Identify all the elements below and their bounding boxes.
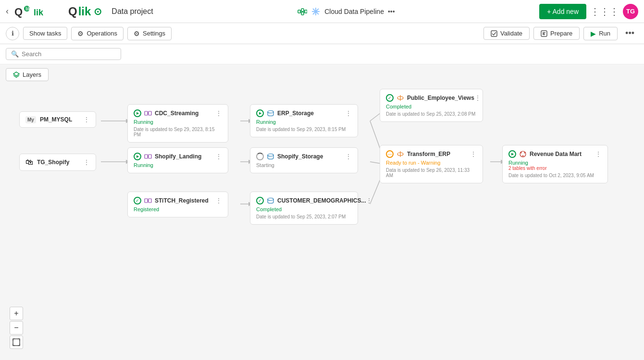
customer-demographics-name: CUSTOMER_DEMOGRAPHICS... [277, 197, 366, 204]
layers-button[interactable]: Layers [6, 68, 49, 81]
show-tasks-label: Show tasks [29, 30, 61, 37]
source-tg-shopify[interactable]: 🛍 TG_Shopify ⋮ [19, 154, 96, 171]
node-public-employee-views[interactable]: Public_Employee_Views ⋮ Completed Date i… [380, 89, 483, 122]
toolbar-right: Validate Prepare ▶ Run ••• [483, 26, 638, 40]
svg-rect-7 [305, 10, 307, 13]
revenue-data-mart-error: 2 tables with error [508, 166, 602, 171]
transform-erp-menu[interactable]: ⋮ [470, 150, 477, 158]
transform-icon [396, 94, 404, 102]
node-transform-erp[interactable]: Transform_ERP ⋮ Ready to run - Warning D… [380, 145, 483, 183]
show-tasks-button[interactable]: Show tasks [23, 27, 67, 40]
back-button[interactable]: ‹ [6, 6, 9, 16]
search-icon: 🔍 [11, 50, 19, 58]
toolbar: ℹ Show tasks ⚙ Operations ⚙ Settings Val… [0, 23, 644, 44]
node-shopify-landing[interactable]: Shopify_Landing ⋮ Running [127, 147, 228, 173]
nav-right: + Add new ⋮⋮⋮ TG [539, 4, 638, 19]
zoom-fit-button[interactable] [10, 336, 23, 349]
node-header: Public_Employee_Views ⋮ [386, 94, 477, 102]
svg-point-28 [268, 111, 273, 113]
svg-text:lik: lik [25, 6, 31, 12]
avatar[interactable]: TG [623, 4, 638, 19]
node-title-row: STiTCH_Registered [134, 197, 209, 204]
source-pm-mysql-name: PM_MYSQL [40, 116, 72, 123]
node-title-row: Public_Employee_Views [386, 94, 474, 102]
cdc-streaming-date: Date is updated to Sep 29, 2023, 8:15 PM [134, 127, 222, 137]
svg-rect-25 [149, 155, 151, 158]
add-new-button[interactable]: + Add new [539, 4, 586, 19]
cdc-streaming-menu[interactable]: ⋮ [215, 109, 222, 117]
shopify-storage-name: Shopify_Storage [277, 153, 323, 160]
node-customer-demographics[interactable]: CUSTOMER_DEMOGRAPHICS... ⋮ Completed Dat… [250, 192, 358, 225]
source-tg-shopify-menu[interactable]: ⋮ [83, 158, 90, 166]
revenue-data-mart-menu[interactable]: ⋮ [595, 150, 602, 158]
shopify-landing-status: Running [134, 162, 222, 168]
shopify-storage-status: Starting [256, 162, 352, 168]
customer-demographics-menu[interactable]: ⋮ [366, 197, 372, 204]
shopify-storage-menu[interactable]: ⋮ [345, 153, 352, 160]
zoom-in-button[interactable]: + [10, 307, 23, 320]
run-label: Run [599, 30, 610, 37]
pipeline-more-btn[interactable]: ••• [388, 8, 395, 15]
stitch-registered-menu[interactable]: ⋮ [215, 197, 222, 204]
search-input[interactable] [22, 50, 116, 58]
operations-icon: ⚙ [77, 30, 84, 37]
storage-icon [267, 109, 274, 117]
replicate-icon [144, 109, 152, 117]
shopify-landing-menu[interactable]: ⋮ [215, 153, 222, 160]
source-pm-mysql[interactable]: My PM_MYSQL ⋮ [19, 111, 96, 128]
replicate-icon [144, 153, 152, 160]
operations-button[interactable]: ⚙ Operations [71, 27, 124, 40]
node-revenue-data-mart[interactable]: Revenue Data Mart ⋮ Running 2 tables wit… [502, 145, 608, 183]
more-options-button[interactable]: ••• [621, 26, 638, 40]
source-tg-shopify-name: TG_Shopify [37, 159, 69, 166]
qlik-logo-text: lik [34, 5, 62, 18]
public-employee-views-name: Public_Employee_Views [407, 95, 474, 101]
node-stitch-registered[interactable]: STiTCH_Registered ⋮ Registered [127, 192, 228, 217]
transform-erp-status: Ready to run - Warning [386, 160, 477, 166]
svg-point-35 [524, 152, 526, 154]
stitch-registered-name: STiTCH_Registered [155, 197, 209, 204]
node-shopify-storage[interactable]: Shopify_Storage ⋮ Starting [250, 147, 358, 173]
node-title-row: Revenue Data Mart [508, 150, 582, 158]
node-erp-storage[interactable]: ERP_Storage ⋮ Running Date is updated to… [250, 104, 358, 137]
node-header: CDC_Streaming ⋮ [134, 109, 222, 117]
completed-status-icon [134, 197, 141, 204]
source-icon-label: My PM_MYSQL [25, 116, 72, 123]
node-cdc-streaming[interactable]: CDC_Streaming ⋮ Running Date is updated … [127, 104, 228, 143]
zoom-out-button[interactable]: − [10, 321, 23, 335]
revenue-data-mart-date: Date is updated to Oct 2, 2023, 9:05 AM [508, 173, 602, 178]
customer-demographics-date: Date is updated to Sep 25, 2023, 2:07 PM [256, 214, 352, 219]
datamart-icon [519, 150, 527, 158]
completed-status-icon [256, 197, 264, 204]
node-title-row: Transform_ERP [386, 150, 450, 158]
svg-rect-27 [149, 199, 151, 203]
source-pm-mysql-menu[interactable]: ⋮ [83, 116, 90, 123]
nav-center: Cloud Data Pipeline ••• [297, 7, 395, 16]
erp-storage-menu[interactable]: ⋮ [345, 109, 352, 117]
node-title-row: Shopify_Storage [256, 153, 323, 160]
public-employee-views-menu[interactable]: ⋮ [474, 94, 481, 102]
running-status-icon [256, 109, 264, 117]
svg-rect-4 [298, 10, 300, 13]
node-header: STiTCH_Registered ⋮ [134, 197, 222, 204]
info-button[interactable]: ℹ [6, 27, 19, 40]
svg-point-34 [520, 152, 522, 154]
shopify-icon: 🛍 [25, 158, 33, 167]
node-header: Revenue Data Mart ⋮ [508, 150, 602, 158]
svg-rect-6 [301, 12, 304, 15]
grid-icon[interactable]: ⋮⋮⋮ [590, 6, 619, 17]
canvas: My PM_MYSQL ⋮ 🛍 TG_Shopify ⋮ CDC_Streami… [0, 85, 644, 360]
settings-button[interactable]: ⚙ Settings [127, 27, 172, 40]
validate-button[interactable]: Validate [483, 27, 530, 40]
snowflake-icon [311, 7, 321, 16]
svg-rect-37 [13, 339, 20, 346]
running-status-icon [134, 109, 141, 117]
svg-marker-21 [13, 72, 19, 76]
run-button[interactable]: ▶ Run [583, 27, 618, 40]
node-title-row: CUSTOMER_DEMOGRAPHICS... [256, 197, 366, 204]
replicate-icon [144, 197, 152, 204]
cdc-streaming-name: CDC_Streaming [155, 110, 198, 117]
node-title-row: Shopify_Landing [134, 153, 201, 160]
prepare-button[interactable]: Prepare [533, 27, 580, 40]
starting-status-icon [256, 153, 264, 160]
